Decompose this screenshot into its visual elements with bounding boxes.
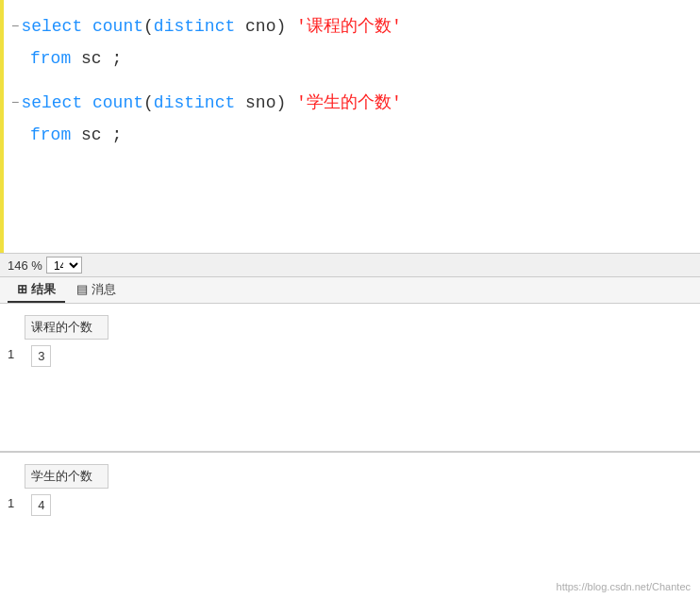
results-wrapper: 课程的个数 1 3 学生的个数 — [0, 304, 700, 598]
result-section-1: 课程的个数 1 3 — [0, 304, 700, 453]
tab-messages-label: 消息 — [92, 281, 116, 298]
collapse-icon-2[interactable]: − — [11, 92, 19, 114]
watermark: https://blog.csdn.net/Chantec — [557, 581, 691, 592]
result-section-2: 学生的个数 1 4 https://blog.csdn.net/Chantec — [0, 453, 700, 598]
tab-messages[interactable]: ▤ 消息 — [67, 278, 125, 303]
result-table-1: 课程的个数 — [25, 315, 108, 340]
table-row: 4 — [32, 495, 51, 516]
keyword-distinct-2: distinct — [154, 90, 235, 118]
alias-string-2: '学生的个数' — [296, 90, 402, 118]
results-icon: ⊞ — [17, 282, 27, 296]
editor-content: − select count(distinct cno) '课程的个数' fro… — [4, 0, 700, 163]
row-number-2-header — [0, 460, 17, 466]
tabs-bar: ⊞ 结果 ▤ 消息 — [0, 277, 700, 304]
messages-icon: ▤ — [76, 282, 88, 296]
row-number-1-header — [0, 311, 17, 317]
zoom-dropdown[interactable]: 146 % 100 % 75 % — [46, 257, 82, 274]
table-sc-2: sc ; — [71, 122, 122, 150]
code-line-1: − select count(distinct cno) '课程的个数' — [4, 11, 700, 43]
keyword-from-1: from — [30, 45, 71, 74]
code-line-2: from sc ; — [4, 43, 700, 75]
cell-value-1: 3 — [32, 346, 51, 367]
result-table-2: 学生的个数 — [25, 464, 108, 489]
result-table-2-data: 4 — [31, 494, 51, 516]
zoom-bar: 146 % 146 % 100 % 75 % — [0, 253, 700, 277]
row-number-2: 1 — [0, 493, 24, 513]
keyword-select-1: select count — [21, 13, 143, 42]
code-line-4: from sc ; — [4, 120, 700, 152]
zoom-label: 146 % — [8, 258, 42, 273]
collapse-icon-1[interactable]: − — [11, 16, 19, 38]
row-number-1: 1 — [0, 344, 24, 364]
col-sno: sno) — [235, 90, 296, 118]
tab-results[interactable]: ⊞ 结果 — [8, 278, 65, 303]
paren-open-2: ( — [143, 90, 154, 118]
tab-results-label: 结果 — [31, 281, 56, 298]
table-row: 3 — [32, 346, 51, 367]
paren-open-1: ( — [143, 13, 154, 42]
table-sc-1: sc ; — [71, 45, 122, 74]
keyword-from-2: from — [30, 122, 71, 150]
col-header-1: 课程的个数 — [25, 316, 108, 340]
editor-area: − select count(distinct cno) '课程的个数' fro… — [0, 0, 700, 253]
keyword-distinct-1: distinct — [154, 13, 235, 42]
col-cno: cno) — [235, 13, 296, 42]
alias-string-1: '课程的个数' — [296, 13, 402, 42]
code-line-3: − select count(distinct sno) '学生的个数' — [4, 88, 700, 120]
keyword-select-2: select count — [21, 90, 143, 118]
col-header-2: 学生的个数 — [25, 465, 108, 489]
cell-value-2: 4 — [32, 495, 51, 516]
result-table-1-data: 3 — [31, 345, 51, 367]
